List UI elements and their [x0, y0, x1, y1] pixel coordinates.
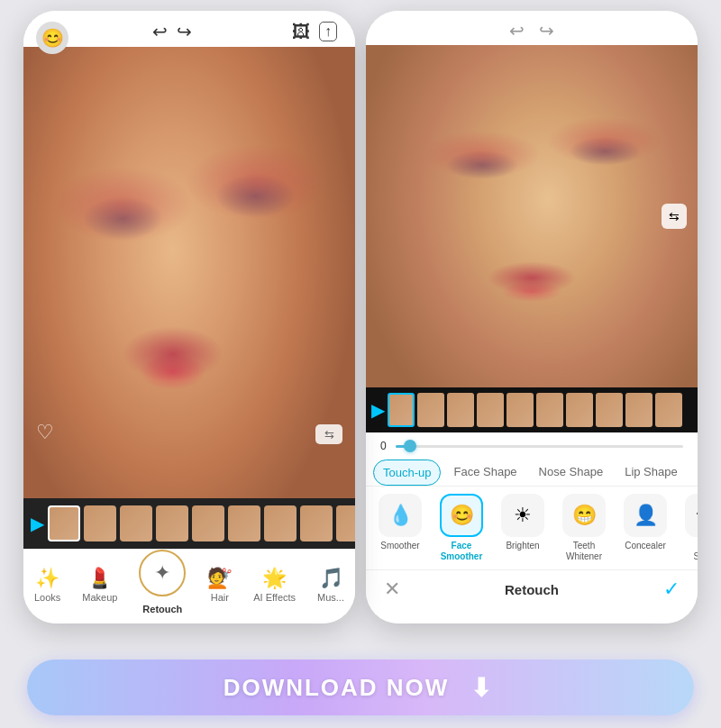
cancel-button[interactable]: ✕	[384, 578, 400, 601]
right-timeline-thumb[interactable]	[447, 393, 474, 427]
timeline-thumb[interactable]	[192, 505, 224, 541]
tool-face-smoother[interactable]: 😊 FaceSmoother	[433, 494, 490, 562]
left-top-bar-center: ↩ ↪	[152, 23, 192, 41]
timeline-thumb[interactable]	[84, 505, 116, 541]
eye-sparkle-label: EyeSpar...	[694, 541, 698, 562]
hair-icon: 💇	[207, 569, 232, 588]
slider-row: 0	[366, 432, 698, 456]
left-bottom-nav: ✨ Looks 💄 Makeup ✦ Retouch 💇 Hair	[23, 549, 355, 623]
concealer-icon: 👤	[634, 504, 658, 527]
slider-track[interactable]	[396, 445, 683, 448]
teeth-whitener-icon: 😁	[572, 504, 597, 527]
music-icon: 🎵	[319, 569, 343, 588]
photo-icon[interactable]: 🖼	[292, 23, 310, 41]
face-smoother-label: FaceSmoother	[441, 541, 483, 562]
tabs-row: Touch-up Face Shape Nose Shape Lip Shape	[366, 456, 698, 487]
brighten-icon: ☀	[514, 504, 532, 527]
right-timeline-thumb[interactable]	[655, 393, 682, 427]
face-makeup-overlay	[23, 47, 355, 498]
face-simulation-left	[23, 47, 355, 498]
timeline-thumb[interactable]	[48, 505, 80, 541]
bottom-action-row: ✕ Retouch ✓	[366, 569, 698, 610]
nav-hair[interactable]: 💇 Hair	[207, 569, 232, 603]
tools-row: 💧 Smoother 😊 FaceSmoother ☀	[366, 487, 698, 569]
download-icon: ⬇	[463, 670, 497, 705]
right-undo-icon[interactable]: ↩	[509, 22, 525, 40]
nav-makeup[interactable]: 💄 Makeup	[82, 569, 117, 603]
tab-nose-shape-label: Nose Shape	[539, 465, 604, 478]
timeline-thumb[interactable]	[156, 505, 188, 541]
face-smoother-icon-wrap: 😊	[440, 494, 483, 537]
download-label: DOWNLOAD NOW	[224, 674, 450, 702]
tab-face-shape-label: Face Shape	[453, 465, 516, 478]
right-compare-icon[interactable]: ⇆	[662, 204, 687, 229]
nav-looks[interactable]: ✨ Looks	[34, 569, 60, 603]
nav-music-label: Mus...	[317, 592, 344, 603]
tool-teeth-whitener[interactable]: 😁 TeethWhitener	[555, 494, 613, 562]
nav-makeup-label: Makeup	[82, 592, 117, 603]
tool-smoother[interactable]: 💧 Smoother	[371, 494, 429, 551]
app-container: ⌂ ↩ ↪ 🖼 ↑ 😊 ♡ ⇆	[0, 0, 721, 728]
phones-row: ⌂ ↩ ↪ 🖼 ↑ 😊 ♡ ⇆	[0, 0, 721, 660]
right-timeline-thumb[interactable]	[566, 393, 593, 427]
confirm-button[interactable]: ✓	[663, 578, 680, 601]
tab-face-shape[interactable]: Face Shape	[444, 460, 525, 486]
teeth-whitener-icon-wrap: 😁	[562, 494, 606, 537]
left-top-bar-right: 🖼 ↑	[292, 22, 337, 41]
timeline-thumb[interactable]	[336, 505, 355, 541]
looks-icon: ✨	[35, 569, 59, 588]
right-timeline-thumb[interactable]	[477, 393, 504, 427]
right-timeline-thumb[interactable]	[388, 393, 415, 427]
tab-lip-shape[interactable]: Lip Shape	[616, 460, 687, 486]
nav-ai-effects-label: AI Effects	[253, 592, 296, 603]
timeline-thumb[interactable]	[120, 505, 152, 541]
timeline-thumb[interactable]	[264, 505, 297, 541]
right-photo-area: ⇆	[366, 45, 698, 387]
tool-concealer[interactable]: 👤 Concealer	[616, 494, 674, 551]
tab-touch-up-label: Touch-up	[383, 466, 431, 479]
tool-eye-sparkle[interactable]: 👁 EyeSpar...	[678, 494, 698, 562]
download-arrow-icon: ⬇	[470, 673, 491, 703]
ai-effects-icon: 🌟	[262, 569, 287, 588]
right-play-button[interactable]: ▶	[371, 399, 385, 421]
heart-icon[interactable]: ♡	[36, 421, 54, 444]
nav-ai-effects[interactable]: 🌟 AI Effects	[253, 569, 296, 603]
tool-brighten[interactable]: ☀ Brighten	[494, 494, 552, 551]
right-redo-icon[interactable]: ↪	[539, 22, 554, 40]
tab-touch-up[interactable]: Touch-up	[373, 460, 441, 486]
face-makeup-overlay-right	[366, 45, 698, 387]
face-smoother-icon: 😊	[450, 504, 474, 527]
tab-nose-shape[interactable]: Nose Shape	[530, 460, 613, 486]
right-timeline-thumb[interactable]	[625, 393, 653, 427]
concealer-label: Concealer	[625, 541, 666, 551]
retouch-icon-circle: ✦	[139, 550, 186, 596]
tab-lip-shape-label: Lip Shape	[625, 465, 678, 478]
download-button[interactable]: DOWNLOAD NOW ⬇	[27, 660, 694, 715]
smoother-icon-wrap: 💧	[379, 494, 422, 537]
eye-sparkle-icon: 👁	[697, 504, 698, 527]
undo-icon[interactable]: ↩	[152, 23, 168, 41]
left-play-button[interactable]: ▶	[31, 513, 44, 534]
smoother-label: Smoother	[380, 541, 419, 551]
right-timeline-thumb[interactable]	[536, 393, 563, 427]
retouch-icon: ✦	[154, 561, 170, 585]
right-timeline-thumb[interactable]	[596, 393, 623, 427]
slider-thumb[interactable]	[404, 440, 416, 452]
face-simulation-right	[366, 45, 698, 387]
nav-retouch[interactable]: ✦ Retouch	[139, 557, 186, 614]
redo-icon[interactable]: ↪	[177, 23, 192, 41]
avatar-icon: 😊	[41, 27, 64, 49]
right-timeline-thumb[interactable]	[417, 393, 444, 427]
slider-value: 0	[380, 440, 387, 452]
nav-music[interactable]: 🎵 Mus...	[317, 569, 344, 603]
avatar[interactable]: 😊	[36, 22, 68, 54]
timeline-thumb[interactable]	[228, 505, 260, 541]
phone-right: ↩ ↪ ⇆ ▶	[366, 11, 698, 623]
nav-retouch-label: Retouch	[142, 604, 182, 614]
right-timeline-thumb[interactable]	[507, 393, 534, 427]
brighten-label: Brighten	[506, 541, 539, 551]
share-icon[interactable]: ↑	[319, 22, 337, 41]
compare-icon[interactable]: ⇆	[315, 424, 342, 444]
timeline-thumb[interactable]	[300, 505, 333, 541]
nav-hair-label: Hair	[211, 592, 229, 603]
